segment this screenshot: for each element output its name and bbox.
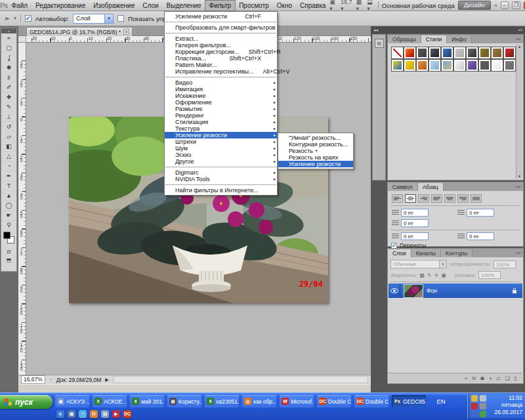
style-swatch-3[interactable] [416,47,429,59]
panel-menu-icon[interactable]: ▪≡ [516,249,523,257]
taskbar-button-microsoft-window[interactable]: WMicrosof... [280,395,314,408]
space-after-input[interactable]: 0 пт [467,232,494,240]
menubar-item-Справка[interactable]: Справка [296,1,329,10]
panel-tab-контуры[interactable]: Контуры [441,249,472,257]
device-tray-icon[interactable] [480,395,486,402]
menu-item-штрихи[interactable]: Штрихи▸ [165,138,277,145]
justify-all-button[interactable] [471,194,482,203]
menu-item-галерея-фильтров-[interactable]: Галерея фильтров... [165,42,277,49]
blend-mode-dropdown[interactable]: Обычные ▾ [390,260,447,268]
style-swatch-17[interactable] [466,59,478,72]
utility-tray-icon[interactable] [480,403,486,410]
justify-last-left-button[interactable] [431,194,442,203]
network-tray-icon[interactable] [471,411,478,417]
style-swatch-1[interactable] [391,47,404,59]
style-swatch-7[interactable] [466,47,478,59]
quick-select-tool[interactable]: ✱ [1,63,16,73]
fill-value[interactable]: 100% [478,271,501,279]
indent-right-input[interactable]: 0 пт [467,209,494,217]
taskbar-clock[interactable]: 11:02 пятница 26.05.2017 [488,394,522,416]
panel-tab-абзац[interactable]: Абзац [418,183,444,191]
menu-item-pattern-maker-[interactable]: Pattern Maker... [165,62,277,68]
blur-tool[interactable]: △ [1,152,16,161]
panel-tab-образцы[interactable]: Образцы [388,35,421,43]
hand-tool[interactable]: ☛ [1,211,16,220]
layer-thumbnail[interactable] [404,284,423,298]
style-swatch-16[interactable] [453,59,466,72]
clone-stamp-tool[interactable]: ⊥ [1,112,16,122]
taskbar-button-koristu-window[interactable]: ▦Користу... [167,395,201,408]
tools-panel-collapse[interactable]: » [1,28,16,33]
menubar-item-Слои[interactable]: Слои [138,1,162,10]
media-player-icon[interactable]: ▶ [112,410,120,418]
panel-tab-стили[interactable]: Стили [421,35,448,43]
dock-menu-icon[interactable]: ▪≡ [518,26,522,33]
browser-icon[interactable]: ◔ [79,410,87,418]
type-tool[interactable]: T [1,181,16,191]
menubar-item-Редактирование[interactable]: Редактирование [32,1,89,10]
lock-pixels-icon[interactable]: ✎ [427,272,432,278]
navigator-panel-icon[interactable]: ⧉ [375,39,384,48]
show-controls-checkbox[interactable] [117,15,124,22]
tab-close-icon[interactable]: × [123,29,129,35]
menu-item-коррекция-дисторсии-[interactable]: Коррекция дисторсии...Shift+Ctrl+R [165,49,277,55]
panel-tab-символ[interactable]: Символ [388,183,418,191]
workspace-design-button[interactable]: Дизайн [458,1,491,10]
scroll-down-icon[interactable]: ▼ [518,175,522,178]
menu-item-шум[interactable]: Шум▸ [165,145,277,152]
link-layers-icon[interactable]: ⌁ [465,375,468,381]
document-tab[interactable]: GEDC8514.JPG @ 16,7% (RGB/8) * × [26,27,133,36]
taskbar-button-firefox-window[interactable]: ◍как обр... [242,395,276,408]
zoom-level-control[interactable]: 16,7 ▾ [341,0,353,12]
screen-mode-icon[interactable]: ⬓ ▾ [367,0,375,12]
history-brush-tool[interactable]: ↺ [1,122,16,132]
menu-item-имитация[interactable]: Имитация▸ [165,86,277,93]
menu-item--умная-резкость-[interactable]: "Умная" резкость... [278,135,353,141]
zoom-tool[interactable]: ⚲ [1,220,16,230]
healing-brush-tool[interactable]: ✚ [1,93,16,102]
style-swatch-12[interactable] [404,59,416,72]
align-center-button[interactable] [405,194,416,203]
menu-item-искажение[interactable]: Искажение▸ [165,93,277,99]
menu-item-найти-фильтры-в-интернете-[interactable]: Найти фильтры в Интернете... [165,187,277,194]
menubar-item-Выделение[interactable]: Выделение [163,1,205,10]
arrange-documents-icon[interactable]: ▦ ▾ [356,0,364,12]
taskbar-button-xa-excel-window[interactable]: Xxa23051... [205,395,239,408]
space-before-input[interactable]: 0 пт [401,232,429,240]
lock-all-icon[interactable]: ▣ [442,272,447,278]
style-swatch-8[interactable] [478,47,491,59]
lock-position-icon[interactable]: ✢ [434,272,439,278]
justify-last-center-button[interactable] [444,194,455,203]
new-layer-icon[interactable]: ❏ [505,375,509,381]
menu-item-преобразовать-для-смарт-фильтров[interactable]: Преобразовать для смарт-фильтров [165,24,277,31]
scroll-up-icon[interactable]: ▲ [518,45,522,49]
status-zoom-value[interactable]: 16,67% [21,375,45,384]
taskbar-button-double-commander-window-1[interactable]: DCDouble C... [317,395,351,408]
align-right-button[interactable] [418,194,429,203]
screen-mode-button[interactable]: ⬒ [1,256,16,264]
indent-left-field[interactable]: 0 пт [392,209,429,217]
tool-preset-arrow-icon[interactable]: ▾ [14,16,16,21]
menubar-item-Фильтр[interactable]: Фильтр [205,1,236,10]
minimize-button[interactable]: – [501,1,509,9]
dodge-tool[interactable]: ◔ [1,161,16,171]
panel-menu-icon[interactable]: ▪≡ [516,183,523,191]
style-swatch-4[interactable] [429,47,441,59]
eraser-tool[interactable]: ▱ [1,132,16,142]
style-swatch-5[interactable] [441,47,453,59]
menu-item-усиление-резкости[interactable]: Усиление резкости▸ [165,132,277,138]
foreground-color-chip[interactable] [3,232,10,239]
style-swatch-2[interactable] [404,47,416,59]
menu-item-оформление[interactable]: Оформление▸ [165,99,277,106]
move-tool[interactable]: ➣ [1,33,16,43]
style-swatch-10[interactable] [503,47,516,59]
menu-item-усиление-резкости[interactable]: Усиление резкостиCtrl+F [165,13,277,20]
menu-item-другое[interactable]: Другое▸ [165,158,277,165]
styles-scrollbar[interactable]: ▲ ▼ [516,45,522,178]
menubar-item-Просмотр[interactable]: Просмотр [235,1,273,10]
menu-item-усиление-резкости[interactable]: Усиление резкости [278,161,353,167]
marquee-tool[interactable]: ▢ [1,43,16,53]
status-flyout-arrow-icon[interactable]: ▶ [105,377,108,383]
gradient-tool[interactable]: ◧ [1,142,16,152]
layer-style-fx-icon[interactable]: fx [472,375,476,381]
